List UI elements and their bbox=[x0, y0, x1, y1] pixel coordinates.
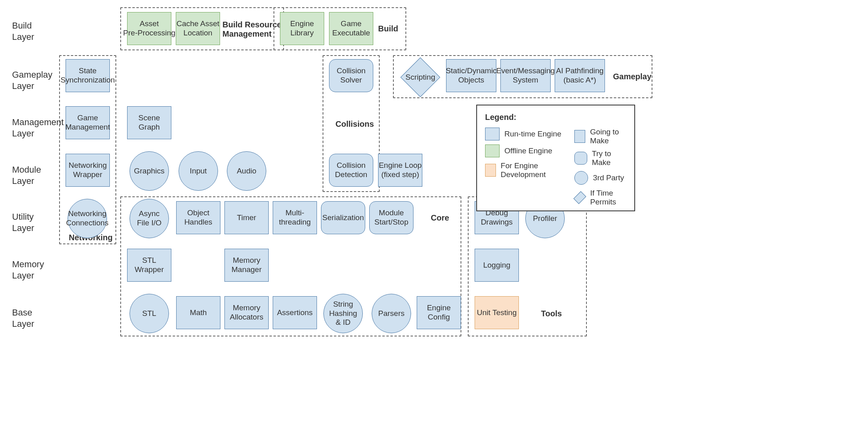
node-parsers: Parsers bbox=[372, 294, 411, 333]
node-scripting: Scripting bbox=[402, 59, 438, 95]
node-audio: Audio bbox=[227, 151, 266, 191]
legend-label: Try to Make bbox=[592, 149, 626, 167]
node-graphics: Graphics bbox=[130, 151, 169, 191]
group-title-build: Build bbox=[378, 24, 398, 33]
node-stl: STL bbox=[130, 294, 169, 333]
legend-swatch-orange-square-icon bbox=[485, 164, 496, 177]
legend-label: Run-time Engine bbox=[504, 130, 562, 138]
legend-swatch-rounded-icon bbox=[574, 152, 587, 165]
legend-item-iftime: If Time Permits bbox=[574, 189, 626, 206]
node-state-synchronization: State Synchronization bbox=[66, 59, 110, 92]
layer-label-base: Base Layer bbox=[12, 307, 34, 329]
node-async-file-io: Async File I/O bbox=[130, 199, 169, 238]
node-engine-library: Engine Library bbox=[280, 12, 324, 45]
node-asset-pre-processing: Asset Pre-Processing bbox=[127, 12, 171, 45]
group-title-collisions: Collisions bbox=[335, 120, 374, 129]
layer-label-module: Module Layer bbox=[12, 164, 41, 186]
node-assertions: Assertions bbox=[273, 296, 317, 329]
legend-item-runtime: Run-time Engine bbox=[485, 128, 562, 140]
node-input: Input bbox=[179, 151, 218, 191]
legend-label: For Engine Development bbox=[501, 161, 563, 179]
node-game-management: Game Management bbox=[66, 106, 110, 139]
layer-label-gameplay: Gameplay Layer bbox=[12, 69, 52, 91]
legend-label: Offline Engine bbox=[504, 146, 552, 155]
node-memory-allocators: Memory Allocators bbox=[224, 296, 269, 329]
legend-label: Going to Make bbox=[590, 128, 626, 145]
legend-swatch-diamond-icon bbox=[574, 191, 586, 204]
node-stl-wrapper: STL Wrapper bbox=[127, 249, 171, 282]
layer-label-management: Management Layer bbox=[12, 117, 64, 139]
node-object-handles: Object Handles bbox=[176, 201, 220, 234]
layer-label-memory: Memory Layer bbox=[12, 259, 44, 281]
legend-title: Legend: bbox=[485, 113, 626, 122]
legend-swatch-square-icon bbox=[574, 130, 585, 143]
group-title-gameplay: Gameplay bbox=[613, 72, 652, 81]
legend-swatch-circle-icon bbox=[574, 171, 588, 185]
group-title-core: Core bbox=[431, 213, 449, 223]
node-event-messaging-system: Event/Messaging System bbox=[500, 59, 551, 92]
node-unit-testing: Unit Testing bbox=[475, 296, 519, 329]
legend-label: If Time Permits bbox=[590, 189, 626, 206]
group-title-brm: Build Resource Management bbox=[222, 20, 282, 39]
legend: Legend: Run-time Engine Offline Engine F… bbox=[476, 105, 635, 211]
node-networking-wrapper: Networking Wrapper bbox=[66, 154, 110, 187]
group-title-tools: Tools bbox=[541, 309, 562, 318]
legend-item-for-dev: For Engine Development bbox=[485, 161, 562, 179]
legend-item-try: Try to Make bbox=[574, 149, 626, 167]
node-math: Math bbox=[176, 296, 220, 329]
node-logging: Logging bbox=[475, 249, 519, 282]
legend-item-going: Going to Make bbox=[574, 128, 626, 145]
node-scene-graph: Scene Graph bbox=[127, 106, 171, 139]
node-engine-config: Engine Config bbox=[417, 296, 461, 329]
legend-label: 3rd Party bbox=[593, 173, 624, 182]
node-string-hashing-id: String Hashing & ID bbox=[323, 294, 363, 333]
node-module-start-stop: Module Start/Stop bbox=[369, 201, 413, 234]
scripting-label: Scripting bbox=[405, 73, 435, 82]
node-multithreading: Multi- threading bbox=[273, 201, 317, 234]
node-collision-detection: Collision Detection bbox=[329, 154, 373, 187]
node-timer: Timer bbox=[224, 201, 269, 234]
node-engine-loop: Engine Loop (fixed step) bbox=[378, 154, 422, 187]
legend-item-3rd: 3rd Party bbox=[574, 171, 626, 185]
legend-swatch-green-square-icon bbox=[485, 144, 500, 157]
node-ai-pathfinding: AI Pathfinding (basic A*) bbox=[555, 59, 605, 92]
layer-label-build: Build Layer bbox=[12, 20, 34, 42]
layer-label-utility: Utility Layer bbox=[12, 211, 34, 233]
node-collision-solver: Collision Solver bbox=[329, 59, 373, 92]
node-networking-connections: Networking Connections bbox=[68, 199, 107, 238]
legend-item-offline: Offline Engine bbox=[485, 144, 562, 157]
architecture-diagram: Build Layer Gameplay Layer Management La… bbox=[0, 0, 868, 429]
node-static-dynamic-objects: Static/Dynamic Objects bbox=[446, 59, 496, 92]
node-serialization: Serialization bbox=[321, 201, 365, 234]
node-game-executable: Game Executable bbox=[329, 12, 373, 45]
node-memory-manager: Memory Manager bbox=[224, 249, 269, 282]
node-cache-asset-location: Cache Asset Location bbox=[176, 12, 220, 45]
legend-swatch-blue-square-icon bbox=[485, 128, 500, 140]
